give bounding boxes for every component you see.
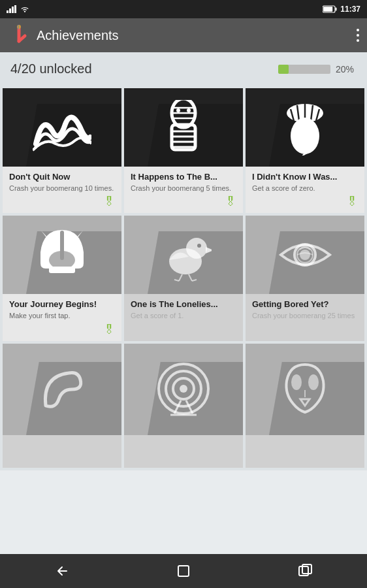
- achievement-title-dont-quit: Don't Quit Now: [9, 172, 115, 182]
- progress-bar-container: 20%: [278, 64, 357, 74]
- boomerang-shape-icon: [36, 363, 88, 416]
- svg-rect-6: [336, 8, 337, 11]
- unlocked-count: 4/20 unlocked: [10, 61, 278, 76]
- achievement-body-loneliest: One is The Lonelies... Get a score of 1.: [124, 294, 243, 340]
- status-left: [7, 5, 319, 13]
- progress-section: 4/20 unlocked 20%: [0, 52, 367, 86]
- back-button[interactable]: [42, 558, 81, 584]
- ribbon-icon-dont-quit: 🎖: [103, 195, 115, 209]
- app-title: Achievements: [37, 28, 350, 43]
- achievement-body-didnt-know: I Didn't Know I Was... Get a score of ze…: [246, 167, 364, 213]
- achievement-card-journey[interactable]: Your Journey Begins! Make your first tap…: [3, 216, 121, 340]
- battery-icon: [323, 5, 337, 13]
- svg-point-29: [291, 118, 319, 154]
- svg-point-51: [308, 374, 319, 390]
- svg-line-38: [174, 280, 179, 281]
- svg-line-37: [189, 274, 192, 281]
- svg-rect-53: [178, 566, 189, 576]
- achievements-grid: Don't Quit Now Crash your boomerang 10 t…: [0, 86, 367, 470]
- svg-point-21: [176, 108, 180, 112]
- svg-rect-31: [49, 267, 75, 273]
- achievement-card-mask[interactable]: [246, 344, 364, 468]
- achievement-image-target: [124, 344, 243, 435]
- achievement-image-mask: [246, 344, 364, 435]
- svg-rect-0: [7, 10, 8, 13]
- app-icon: [8, 24, 30, 46]
- status-bar: 11:37: [0, 0, 367, 18]
- achievement-desc-journey: Make your first tap.: [9, 311, 115, 320]
- svg-point-4: [24, 10, 25, 12]
- ribbon-icon-journey: 🎖: [103, 323, 115, 337]
- achievement-image-mummy: [124, 88, 243, 167]
- app-bar: Achievements: [0, 18, 367, 52]
- acorn-icon: [281, 100, 330, 155]
- achievement-desc-it-happens: Crash your boomerang 5 times.: [131, 184, 236, 193]
- time-display: 11:37: [340, 5, 360, 14]
- achievement-title-didnt-know: I Didn't Know I Was...: [252, 172, 358, 182]
- achievement-image-acorn: [246, 88, 364, 167]
- svg-line-36: [179, 274, 182, 281]
- wifi-icon: [20, 5, 30, 13]
- mask-icon: [281, 361, 330, 417]
- achievement-body-journey: Your Journey Begins! Make your first tap…: [3, 294, 121, 340]
- achievement-body-boomerang: [3, 435, 121, 468]
- recents-button[interactable]: [286, 558, 325, 584]
- signal-icon: [7, 5, 17, 13]
- achievement-image-wave: [3, 88, 121, 167]
- achievement-title-it-happens: It Happens to The B...: [131, 172, 236, 182]
- svg-point-35: [197, 244, 201, 248]
- achievement-desc-didnt-know: Get a score of zero.: [252, 184, 358, 193]
- achievement-badge-it-happens: 🎖: [131, 195, 236, 209]
- achievement-card-target[interactable]: [124, 344, 243, 468]
- achievement-card-didnt-know[interactable]: I Didn't Know I Was... Get a score of ze…: [246, 88, 364, 213]
- recents-icon: [298, 564, 313, 578]
- more-options-button[interactable]: [357, 29, 359, 42]
- achievement-badge-dont-quit: 🎖: [9, 195, 115, 209]
- wave-icon: [33, 101, 91, 154]
- achievement-card-bored[interactable]: Getting Bored Yet? Crash your boomerang …: [246, 216, 364, 340]
- achievement-image-helmet: [3, 216, 121, 294]
- achievement-card-dont-quit-now[interactable]: Don't Quit Now Crash your boomerang 10 t…: [3, 88, 121, 213]
- achievement-image-boomerang: [3, 344, 121, 435]
- home-icon: [176, 564, 191, 578]
- achievement-image-eye: [246, 216, 364, 294]
- svg-rect-7: [323, 7, 332, 12]
- status-right: 11:37: [323, 5, 360, 14]
- navigation-bar: [0, 554, 367, 588]
- svg-point-34: [186, 238, 207, 259]
- svg-point-50: [291, 374, 302, 390]
- svg-point-22: [187, 108, 191, 112]
- svg-point-10: [17, 25, 21, 29]
- svg-rect-32: [60, 231, 64, 260]
- achievement-desc-bored: Crash your boomerang 25 times: [252, 311, 358, 336]
- achievement-body-bored: Getting Bored Yet? Crash your boomerang …: [246, 294, 364, 340]
- achievement-title-bored: Getting Bored Yet?: [252, 299, 358, 309]
- svg-rect-3: [14, 5, 16, 13]
- achievement-body-target: [124, 435, 243, 468]
- boomerang-app-icon: [8, 24, 30, 46]
- bird-icon: [156, 227, 212, 283]
- mummy-icon: [161, 100, 206, 155]
- achievement-title-loneliest: One is The Lonelies...: [131, 299, 236, 309]
- achievement-title-journey: Your Journey Begins!: [9, 299, 115, 309]
- home-button[interactable]: [164, 558, 203, 584]
- achievement-desc-dont-quit: Crash your boomerang 10 times.: [9, 184, 115, 193]
- achievement-desc-loneliest: Get a score of 1.: [131, 311, 236, 336]
- progress-bar-background: [278, 65, 330, 74]
- eye-icon: [278, 234, 333, 276]
- svg-line-39: [192, 280, 197, 281]
- back-icon: [54, 563, 69, 579]
- achievement-card-loneliest[interactable]: One is The Lonelies... Get a score of 1.: [124, 216, 243, 340]
- achievement-body-dont-quit: Don't Quit Now Crash your boomerang 10 t…: [3, 167, 121, 213]
- achievement-body-it-happens: It Happens to The B... Crash your boomer…: [124, 167, 243, 213]
- achievement-image-bird: [124, 216, 243, 294]
- achievement-body-mask: [246, 435, 364, 468]
- achievement-card-it-happens[interactable]: It Happens to The B... Crash your boomer…: [124, 88, 243, 213]
- ribbon-icon-didnt-know: 🎖: [346, 195, 358, 209]
- ribbon-icon-it-happens: 🎖: [225, 195, 236, 209]
- svg-point-46: [180, 385, 187, 393]
- target-icon: [156, 361, 212, 417]
- helmet-icon: [36, 227, 88, 283]
- achievement-card-boomerang[interactable]: [3, 344, 121, 468]
- svg-rect-1: [9, 8, 11, 13]
